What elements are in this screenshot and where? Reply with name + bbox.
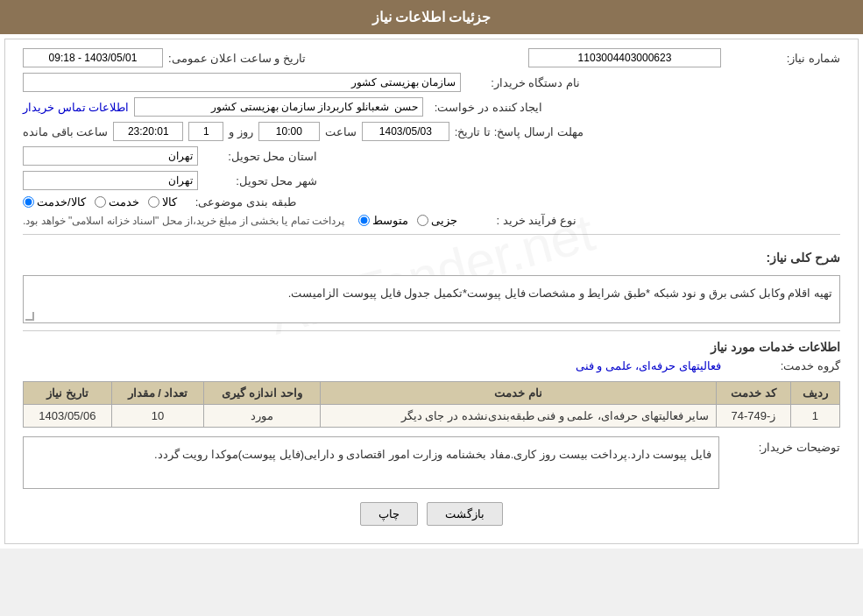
serviceGroup-link[interactable]: فعالیتهای حرفه‌ای، علمی و فنی <box>576 359 721 372</box>
purchaseType-jozvi-radio[interactable] <box>417 215 428 226</box>
needNumber-label: شماره نیاز: <box>726 52 840 65</box>
cell-unit: مورد <box>204 405 321 428</box>
table-header-row: ردیف <box>790 382 839 405</box>
table-row: 1 ز-749-74 سایر فعالیتهای حرفه‌ای، علمی … <box>24 405 840 428</box>
category-radio-group: کالا خدمت کالا/خدمت <box>23 195 177 209</box>
serviceGroup-label: گروه خدمت: <box>726 359 840 372</box>
buyerOrg-label: نام دستگاه خریدار: <box>466 76 580 89</box>
category-khedmat-radio[interactable] <box>95 196 106 208</box>
cell-quantity: 10 <box>111 405 203 428</box>
table-header-date: تاریخ نیاز <box>24 382 112 405</box>
province-input[interactable] <box>23 146 198 166</box>
cell-name: سایر فعالیتهای حرفه‌ای، علمی و فنی طبقه‌… <box>321 405 717 428</box>
description-box: تهیه اقلام وکابل کشی برق و نود شبکه *طبق… <box>23 275 840 323</box>
province-label: استان محل تحویل: <box>203 150 317 163</box>
buyerNotes-text: فایل پیوست دارد.پرداخت بیست روز کاری.مفا… <box>154 448 711 461</box>
deadline-remaining-input[interactable] <box>113 122 183 141</box>
purchaseType-warning: پرداخت تمام یا بخشی از مبلغ خرید،از محل … <box>23 215 344 227</box>
services-table: ردیف کد خدمت نام خدمت واحد اندازه گیری ت… <box>23 381 840 428</box>
table-header-name: نام خدمت <box>321 382 717 405</box>
page-title: جزئیات اطلاعات نیاز <box>0 0 863 34</box>
city-input[interactable] <box>23 171 198 190</box>
city-label: شهر محل تحویل: <box>203 174 317 188</box>
purchaseType-jozvi-label: جزیی <box>431 214 457 227</box>
cell-row: 1 <box>790 405 839 428</box>
buyerNotes-label: توضیحات خریدار: <box>726 436 840 454</box>
deadline-time-label: ساعت <box>325 125 357 138</box>
category-kala-label: کالا <box>162 195 177 209</box>
description-section-title: شرح کلی نیاز: <box>767 251 840 265</box>
deadline-days-input[interactable] <box>188 122 223 141</box>
cell-date: 1403/05/06 <box>24 405 112 428</box>
announceDate-input[interactable] <box>23 48 163 67</box>
services-table-section: ردیف کد خدمت نام خدمت واحد اندازه گیری ت… <box>23 381 840 428</box>
services-section-title: اطلاعات خدمات مورد نیاز <box>23 340 840 354</box>
back-button[interactable]: بازگشت <box>427 502 503 526</box>
divider-1 <box>23 234 840 235</box>
announceDate-label: تاریخ و ساعت اعلان عمومی: <box>168 52 306 65</box>
deadline-day-label: روز و <box>229 125 253 138</box>
purchaseType-motavasset-label: متوسط <box>372 214 408 227</box>
responseDeadline-label: مهلت ارسال پاسخ: تا تاریخ: <box>455 125 584 138</box>
contact-info-link[interactable]: اطلاعات تماس خریدار <box>23 101 129 114</box>
table-header-code: کد خدمت <box>717 382 790 405</box>
cell-code: ز-749-74 <box>717 405 790 428</box>
table-header-quantity: تعداد / مقدار <box>111 382 203 405</box>
creator-label: ایجاد کننده در خواست: <box>428 101 542 114</box>
purchaseType-radio-group: جزیی متوسط <box>358 214 457 227</box>
buyerOrg-input[interactable] <box>23 73 461 92</box>
category-kala-khedmat-label: کالا/خدمت <box>37 195 86 209</box>
category-khedmat-label: خدمت <box>109 195 139 209</box>
category-kala-khedmat-radio[interactable] <box>23 196 34 208</box>
deadline-time-input[interactable] <box>258 122 320 141</box>
deadline-date-input[interactable] <box>362 122 449 141</box>
needNumber-input[interactable] <box>528 48 721 67</box>
description-text: تهیه اقلام وکابل کشی برق و نود شبکه *طبق… <box>288 287 832 300</box>
deadline-remaining-label: ساعت باقی مانده <box>23 125 108 138</box>
purchaseType-label: نوع فرآیند خرید : <box>463 214 577 227</box>
divider-2 <box>23 330 840 331</box>
creator-input[interactable] <box>134 97 423 117</box>
category-kala-radio[interactable] <box>148 196 159 208</box>
table-header-unit: واحد اندازه گیری <box>204 382 321 405</box>
purchaseType-motavasset-radio[interactable] <box>358 215 370 226</box>
action-buttons-row: بازگشت چاپ <box>23 502 840 526</box>
category-label: طبقه بندی موضوعی: <box>182 195 296 209</box>
print-button[interactable]: چاپ <box>360 502 418 526</box>
resize-handle[interactable] <box>25 312 34 321</box>
buyerNotes-box: فایل پیوست دارد.پرداخت بیست روز کاری.مفا… <box>23 436 719 489</box>
